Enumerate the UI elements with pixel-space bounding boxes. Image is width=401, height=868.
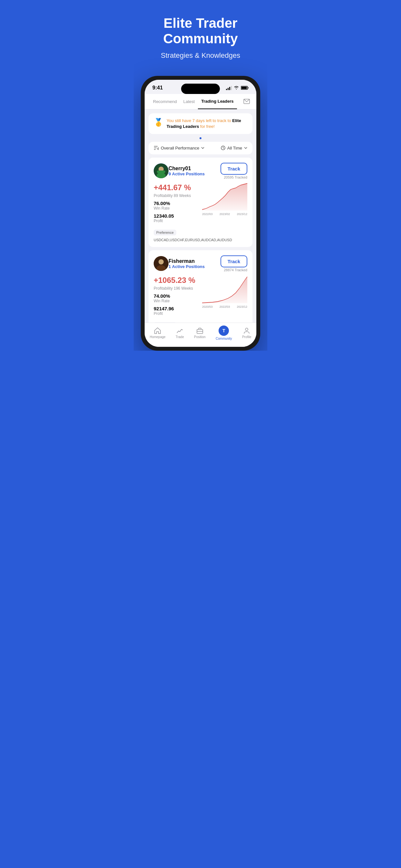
svg-point-13 [158,259,164,265]
tab-trading-leaders[interactable]: Trading Leaders [198,94,237,109]
clock-icon [221,146,225,150]
chart-labels-cherry01: 2022/03 2023/02 2023/12 [202,213,247,216]
profitability-fisherman: Profitability 196 Weeks [154,286,199,290]
nav-label-profile: Profile [242,335,251,339]
phone-inner: 9:41 [145,80,256,347]
chart-svg-cherry01 [202,183,247,211]
trader-info-cherry01: Cherry01 9 Active Positions [168,166,220,176]
nav-item-profile[interactable]: Profile [242,327,251,339]
performance-label: Overall Performance [161,146,199,151]
track-button-cherry01[interactable]: Track [220,163,247,175]
win-rate-label-fisherman: Win Rate [154,299,199,303]
time-label: All Time [227,146,242,151]
chart-label-1-cherry01: 2022/03 [202,213,213,216]
tracked-count-cherry01: 20595 Tracked [220,175,247,179]
time-filter[interactable]: All Time [221,146,247,151]
promo-banner: 🥇 You still have 7 days left to track to… [149,113,252,134]
win-rate-fisherman: 74.00% [154,293,199,299]
profitability-cherry01: Profitability 89 Weeks [154,193,199,198]
nav-label-homepage: Homepage [150,335,166,339]
nav-item-position[interactable]: Position [194,327,206,339]
trader-info-fisherman: Fisherman 1 Active Positions [168,258,220,269]
avatar-svg-cherry01 [154,163,168,178]
return-pct-fisherman: +1065.23 % [154,276,199,285]
status-bar: 9:41 [145,80,256,94]
nav-label-community: Community [216,337,232,340]
chart-fisherman: 2020/03 2022/03 2023/12 [202,276,247,308]
preference-tag-cherry01: Preference [154,229,176,236]
chart-icon [176,327,183,334]
mail-icon [243,99,250,104]
trader-stats-chart-cherry01: +441.67 % Profitability 89 Weeks 76.00% … [154,183,247,226]
chart-svg-fisherman [202,276,247,303]
banner-indicator [149,137,252,139]
avatar-svg-fisherman [154,256,168,271]
wifi-icon [234,86,239,90]
active-count-fisherman: 1 [168,264,171,269]
bottom-nav: Homepage Trade Position [145,322,256,347]
banner-text: You still have 7 days left to track to E… [166,118,247,129]
notch [181,84,220,94]
trader-header-cherry01: Cherry01 9 Active Positions Track 20595 … [154,163,247,179]
nav-item-homepage[interactable]: Homepage [150,327,166,339]
status-time: 9:41 [152,85,163,91]
trader-positions-cherry01: 9 Active Positions [168,172,220,176]
mail-button[interactable] [242,97,251,106]
active-count-cherry01: 9 [168,172,171,176]
tab-latest[interactable]: Latest [180,94,198,109]
hero-title: Elite TraderCommunity [143,16,258,47]
win-rate-label-cherry01: Win Rate [154,206,199,211]
phone-frame: 9:41 [141,76,260,351]
person-icon [243,327,250,334]
nav-item-trade[interactable]: Trade [176,327,184,339]
trader-card-cherry01: Cherry01 9 Active Positions Track 20595 … [149,158,252,247]
chart-labels-fisherman: 2020/03 2022/03 2023/12 [202,305,247,308]
bar4 [231,86,232,90]
chart-label-2-cherry01: 2023/02 [220,213,230,216]
filter-bar: Overall Performance All Time [149,142,252,154]
hero-subtitle: Strategies & Knowledges [143,51,258,60]
active-label-cherry01: Active Positions [172,172,205,176]
profit-cherry01: 12340.05 [154,213,199,219]
tab-recommend[interactable]: Recommend [150,94,180,109]
track-btn-area-cherry01: Track 20595 Tracked [220,163,247,179]
trader-card-fisherman: Fisherman 1 Active Positions Track 28874… [149,250,252,322]
trader-positions-fisherman: 1 Active Positions [168,264,220,269]
community-icon: T [219,326,229,336]
active-label-fisherman: Active Positions [172,264,205,269]
trader-stats-fisherman: +1065.23 % Profitability 196 Weeks 74.00… [154,276,199,318]
nav-item-community[interactable]: T Community [216,326,232,340]
status-icons [226,86,249,90]
preference-values-cherry01: USDCAD,USDCHF,EURUSD,AUDCAD,AUDUSD [154,238,232,242]
dot-indicator [199,137,202,139]
app-content: Recommend Latest Trading Leaders [145,94,256,347]
svg-point-17 [245,328,248,331]
preference-row-cherry01: Preference USDCAD,USDCHF,EURUSD,AUDCAD,A… [154,229,247,242]
svg-rect-1 [248,87,249,89]
chart-label-1-fisherman: 2020/03 [202,305,213,308]
chart-cherry01: 2022/03 2023/02 2023/12 [202,183,247,215]
profit-label-cherry01: Profit [154,219,199,223]
performance-filter[interactable]: Overall Performance [154,146,204,151]
chevron-down-2-icon [244,147,247,149]
return-pct-cherry01: +441.67 % [154,183,199,192]
nav-label-position: Position [194,335,206,339]
track-button-fisherman[interactable]: Track [220,255,247,268]
banner-end: for free! [199,124,214,129]
chart-label-3-cherry01: 2023/12 [237,213,247,216]
nav-tabs: Recommend Latest Trading Leaders [145,94,256,110]
chart-label-3-fisherman: 2023/12 [237,305,247,308]
chevron-down-icon [201,147,204,149]
scroll-content[interactable]: 🥇 You still have 7 days left to track to… [145,110,256,322]
trader-stats-chart-fisherman: +1065.23 % Profitability 196 Weeks 74.00… [154,276,247,318]
chart-label-2-fisherman: 2022/03 [220,305,230,308]
battery-icon [241,86,249,90]
house-icon [154,327,161,334]
avatar-fisherman [154,256,168,271]
win-rate-cherry01: 76.00% [154,200,199,206]
bar2 [227,88,228,90]
avatar-cherry01 [154,163,168,178]
svg-rect-11 [157,170,165,173]
bar1 [226,89,227,90]
track-btn-area-fisherman: Track 28874 Tracked [220,255,247,272]
